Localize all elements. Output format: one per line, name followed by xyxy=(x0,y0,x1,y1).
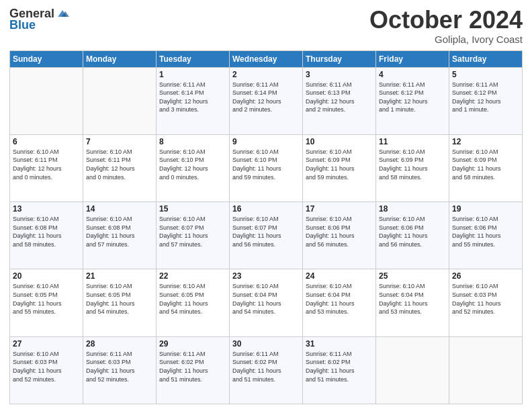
title-location: Golipla, Ivory Coast xyxy=(369,34,523,45)
day-info: Sunrise: 6:10 AM Sunset: 6:06 PM Dayligh… xyxy=(306,215,373,248)
calendar-cell: 27Sunrise: 6:10 AM Sunset: 6:03 PM Dayli… xyxy=(10,336,83,404)
calendar-cell: 29Sunrise: 6:11 AM Sunset: 6:02 PM Dayli… xyxy=(157,336,230,404)
calendar-cell: 7Sunrise: 6:10 AM Sunset: 6:11 PM Daylig… xyxy=(83,134,157,201)
calendar-cell: 4Sunrise: 6:11 AM Sunset: 6:12 PM Daylig… xyxy=(376,67,449,134)
calendar-cell: 24Sunrise: 6:10 AM Sunset: 6:04 PM Dayli… xyxy=(303,269,376,336)
day-number: 1 xyxy=(159,70,226,79)
calendar-week-row: 13Sunrise: 6:10 AM Sunset: 6:08 PM Dayli… xyxy=(10,202,523,269)
calendar-header-row: SundayMondayTuesdayWednesdayThursdayFrid… xyxy=(10,50,523,67)
day-number: 7 xyxy=(86,137,153,146)
logo-blue: Blue xyxy=(9,18,36,32)
calendar-week-row: 20Sunrise: 6:10 AM Sunset: 6:05 PM Dayli… xyxy=(10,269,523,336)
day-number: 12 xyxy=(452,137,519,146)
day-info: Sunrise: 6:10 AM Sunset: 6:05 PM Dayligh… xyxy=(13,282,80,316)
day-info: Sunrise: 6:10 AM Sunset: 6:07 PM Dayligh… xyxy=(159,215,226,248)
day-number: 26 xyxy=(452,271,519,281)
day-number: 24 xyxy=(306,271,373,281)
day-info: Sunrise: 6:10 AM Sunset: 6:11 PM Dayligh… xyxy=(86,148,153,181)
day-number: 16 xyxy=(232,204,300,214)
day-number: 3 xyxy=(306,70,373,79)
day-info: Sunrise: 6:10 AM Sunset: 6:08 PM Dayligh… xyxy=(13,215,80,248)
day-info: Sunrise: 6:10 AM Sunset: 6:09 PM Dayligh… xyxy=(379,148,446,181)
calendar-week-row: 1Sunrise: 6:11 AM Sunset: 6:14 PM Daylig… xyxy=(10,67,523,134)
day-info: Sunrise: 6:10 AM Sunset: 6:10 PM Dayligh… xyxy=(159,148,226,181)
day-number: 13 xyxy=(13,204,80,214)
calendar-cell: 9Sunrise: 6:10 AM Sunset: 6:10 PM Daylig… xyxy=(230,134,303,201)
day-info: Sunrise: 6:11 AM Sunset: 6:14 PM Dayligh… xyxy=(159,81,226,114)
day-info: Sunrise: 6:11 AM Sunset: 6:13 PM Dayligh… xyxy=(306,81,373,114)
day-number: 17 xyxy=(306,204,373,214)
day-info: Sunrise: 6:10 AM Sunset: 6:09 PM Dayligh… xyxy=(452,148,519,181)
calendar-cell: 28Sunrise: 6:11 AM Sunset: 6:03 PM Dayli… xyxy=(83,336,157,404)
day-number: 27 xyxy=(13,339,80,349)
calendar-cell: 3Sunrise: 6:11 AM Sunset: 6:13 PM Daylig… xyxy=(303,67,376,134)
calendar-cell: 2Sunrise: 6:11 AM Sunset: 6:14 PM Daylig… xyxy=(230,67,303,134)
day-info: Sunrise: 6:10 AM Sunset: 6:09 PM Dayligh… xyxy=(306,148,373,181)
title-month: October 2024 xyxy=(369,7,523,34)
calendar-header-cell: Thursday xyxy=(303,50,376,67)
calendar-cell: 31Sunrise: 6:11 AM Sunset: 6:02 PM Dayli… xyxy=(303,336,376,404)
calendar-cell: 12Sunrise: 6:10 AM Sunset: 6:09 PM Dayli… xyxy=(449,134,523,201)
day-number: 19 xyxy=(452,204,519,214)
calendar-cell xyxy=(10,67,83,134)
day-number: 6 xyxy=(13,137,80,146)
logo: General Blue xyxy=(9,7,69,32)
calendar-cell: 17Sunrise: 6:10 AM Sunset: 6:06 PM Dayli… xyxy=(303,202,376,269)
header: General Blue October 2024 Golipla, Ivory… xyxy=(9,7,523,45)
calendar-cell: 6Sunrise: 6:10 AM Sunset: 6:11 PM Daylig… xyxy=(10,134,83,201)
calendar-cell: 21Sunrise: 6:10 AM Sunset: 6:05 PM Dayli… xyxy=(83,269,157,336)
logo-icon xyxy=(56,7,69,20)
day-info: Sunrise: 6:10 AM Sunset: 6:04 PM Dayligh… xyxy=(232,282,300,316)
day-number: 14 xyxy=(86,204,153,214)
day-number: 9 xyxy=(232,137,300,146)
calendar-cell: 30Sunrise: 6:11 AM Sunset: 6:02 PM Dayli… xyxy=(230,336,303,404)
day-info: Sunrise: 6:10 AM Sunset: 6:05 PM Dayligh… xyxy=(159,282,226,316)
calendar-cell: 22Sunrise: 6:10 AM Sunset: 6:05 PM Dayli… xyxy=(157,269,230,336)
day-info: Sunrise: 6:11 AM Sunset: 6:12 PM Dayligh… xyxy=(379,81,446,114)
calendar-week-row: 27Sunrise: 6:10 AM Sunset: 6:03 PM Dayli… xyxy=(10,336,523,404)
day-info: Sunrise: 6:11 AM Sunset: 6:14 PM Dayligh… xyxy=(232,81,300,114)
calendar-cell: 16Sunrise: 6:10 AM Sunset: 6:07 PM Dayli… xyxy=(230,202,303,269)
day-info: Sunrise: 6:10 AM Sunset: 6:05 PM Dayligh… xyxy=(86,282,153,316)
calendar-header-cell: Sunday xyxy=(10,50,83,67)
page: General Blue October 2024 Golipla, Ivory… xyxy=(0,0,532,411)
calendar-cell: 18Sunrise: 6:10 AM Sunset: 6:06 PM Dayli… xyxy=(376,202,449,269)
calendar-cell: 26Sunrise: 6:10 AM Sunset: 6:03 PM Dayli… xyxy=(449,269,523,336)
day-number: 29 xyxy=(159,339,226,349)
calendar-cell: 15Sunrise: 6:10 AM Sunset: 6:07 PM Dayli… xyxy=(157,202,230,269)
day-info: Sunrise: 6:10 AM Sunset: 6:07 PM Dayligh… xyxy=(232,215,300,248)
day-info: Sunrise: 6:10 AM Sunset: 6:10 PM Dayligh… xyxy=(232,148,300,181)
day-info: Sunrise: 6:11 AM Sunset: 6:03 PM Dayligh… xyxy=(86,350,153,383)
calendar-cell: 1Sunrise: 6:11 AM Sunset: 6:14 PM Daylig… xyxy=(157,67,230,134)
calendar-header-cell: Monday xyxy=(83,50,157,67)
calendar-cell: 13Sunrise: 6:10 AM Sunset: 6:08 PM Dayli… xyxy=(10,202,83,269)
calendar-cell xyxy=(449,336,523,404)
calendar-week-row: 6Sunrise: 6:10 AM Sunset: 6:11 PM Daylig… xyxy=(10,134,523,201)
day-info: Sunrise: 6:10 AM Sunset: 6:06 PM Dayligh… xyxy=(379,215,446,248)
day-info: Sunrise: 6:11 AM Sunset: 6:12 PM Dayligh… xyxy=(452,81,519,114)
day-number: 30 xyxy=(232,339,300,349)
day-info: Sunrise: 6:11 AM Sunset: 6:02 PM Dayligh… xyxy=(232,350,300,383)
day-info: Sunrise: 6:10 AM Sunset: 6:06 PM Dayligh… xyxy=(452,215,519,248)
day-number: 15 xyxy=(159,204,226,214)
day-number: 10 xyxy=(306,137,373,146)
day-number: 4 xyxy=(379,70,446,79)
day-number: 18 xyxy=(379,204,446,214)
day-number: 22 xyxy=(159,271,226,281)
calendar-cell: 14Sunrise: 6:10 AM Sunset: 6:08 PM Dayli… xyxy=(83,202,157,269)
day-number: 31 xyxy=(306,339,373,349)
calendar-header-cell: Saturday xyxy=(449,50,523,67)
day-info: Sunrise: 6:10 AM Sunset: 6:04 PM Dayligh… xyxy=(306,282,373,316)
day-info: Sunrise: 6:11 AM Sunset: 6:02 PM Dayligh… xyxy=(159,350,226,383)
calendar-header-cell: Friday xyxy=(376,50,449,67)
day-number: 25 xyxy=(379,271,446,281)
calendar-cell: 5Sunrise: 6:11 AM Sunset: 6:12 PM Daylig… xyxy=(449,67,523,134)
calendar-cell: 10Sunrise: 6:10 AM Sunset: 6:09 PM Dayli… xyxy=(303,134,376,201)
day-number: 28 xyxy=(86,339,153,349)
day-info: Sunrise: 6:10 AM Sunset: 6:04 PM Dayligh… xyxy=(379,282,446,316)
calendar-table: SundayMondayTuesdayWednesdayThursdayFrid… xyxy=(9,50,523,404)
day-info: Sunrise: 6:10 AM Sunset: 6:08 PM Dayligh… xyxy=(86,215,153,248)
calendar-cell: 25Sunrise: 6:10 AM Sunset: 6:04 PM Dayli… xyxy=(376,269,449,336)
calendar-cell: 20Sunrise: 6:10 AM Sunset: 6:05 PM Dayli… xyxy=(10,269,83,336)
day-info: Sunrise: 6:10 AM Sunset: 6:03 PM Dayligh… xyxy=(13,350,80,383)
